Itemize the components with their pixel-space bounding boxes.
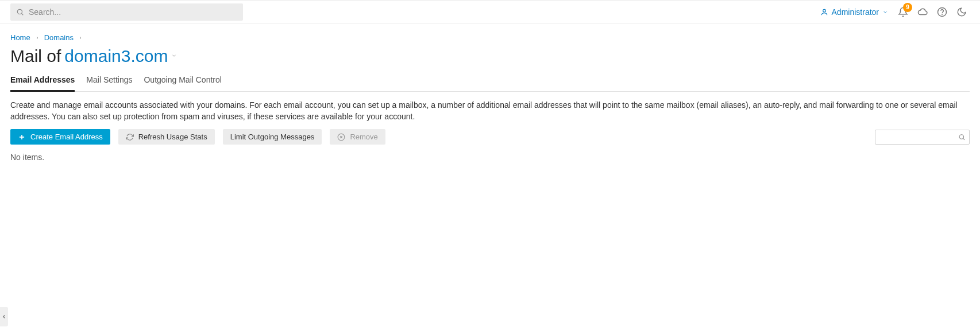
breadcrumb-home[interactable]: Home (10, 33, 30, 42)
table-search[interactable] (875, 130, 970, 145)
moon-icon (956, 7, 967, 17)
svg-line-1 (22, 14, 24, 15)
search-icon (958, 133, 966, 141)
tabs: Email Addresses Mail Settings Outgoing M… (10, 72, 970, 92)
tab-outgoing-mail-control[interactable]: Outgoing Mail Control (144, 72, 221, 92)
notifications-button[interactable]: 9 (895, 4, 911, 20)
tab-email-addresses[interactable]: Email Addresses (10, 72, 75, 92)
page-title: Mail of domain3.com (10, 46, 970, 66)
cloud-button[interactable] (915, 4, 931, 20)
empty-state: No items. (10, 153, 970, 162)
remove-icon (337, 133, 345, 141)
refresh-usage-stats-button[interactable]: Refresh Usage Stats (118, 129, 215, 145)
table-search-input[interactable] (879, 132, 958, 142)
create-email-address-button[interactable]: Create Email Address (10, 129, 110, 145)
breadcrumb-separator (35, 33, 40, 42)
svg-point-0 (17, 9, 22, 14)
theme-toggle[interactable] (954, 4, 970, 20)
refresh-icon (126, 133, 134, 141)
refresh-usage-stats-label: Refresh Usage Stats (138, 133, 207, 141)
cloud-icon (917, 7, 928, 17)
svg-point-3 (938, 8, 947, 17)
global-search[interactable] (10, 3, 243, 21)
chevron-down-icon (882, 9, 888, 15)
plus-icon (18, 133, 26, 141)
page-title-prefix: Mail of (10, 46, 61, 66)
domain-switch-caret[interactable] (171, 52, 177, 60)
page-description: Create and manage email accounts associa… (10, 100, 970, 122)
user-icon (820, 8, 828, 16)
help-icon (937, 7, 947, 17)
page-title-domain[interactable]: domain3.com (64, 46, 168, 66)
user-menu[interactable]: Administrator (817, 5, 892, 19)
search-icon (16, 8, 24, 16)
topbar-right: Administrator 9 (817, 4, 970, 20)
main-content: Home Domains Mail of domain3.com Email A… (0, 24, 980, 169)
create-email-address-label: Create Email Address (30, 133, 103, 141)
tab-mail-settings[interactable]: Mail Settings (86, 72, 132, 92)
svg-line-11 (963, 138, 964, 139)
limit-outgoing-messages-label: Limit Outgoing Messages (230, 133, 315, 141)
search-input[interactable] (28, 7, 237, 17)
toolbar: Create Email Address Refresh Usage Stats… (10, 129, 970, 145)
topbar: Administrator 9 (0, 0, 980, 24)
svg-point-10 (959, 134, 963, 138)
breadcrumb-domains[interactable]: Domains (44, 33, 74, 42)
notification-badge: 9 (903, 3, 912, 12)
limit-outgoing-messages-button[interactable]: Limit Outgoing Messages (223, 129, 322, 145)
chevron-down-icon (171, 53, 177, 59)
svg-point-4 (942, 14, 943, 14)
breadcrumb-separator (78, 33, 83, 42)
remove-label: Remove (350, 133, 377, 141)
remove-button[interactable]: Remove (330, 129, 385, 145)
user-label: Administrator (832, 7, 879, 17)
help-button[interactable] (934, 4, 950, 20)
svg-point-2 (823, 9, 825, 12)
breadcrumb: Home Domains (10, 33, 970, 42)
